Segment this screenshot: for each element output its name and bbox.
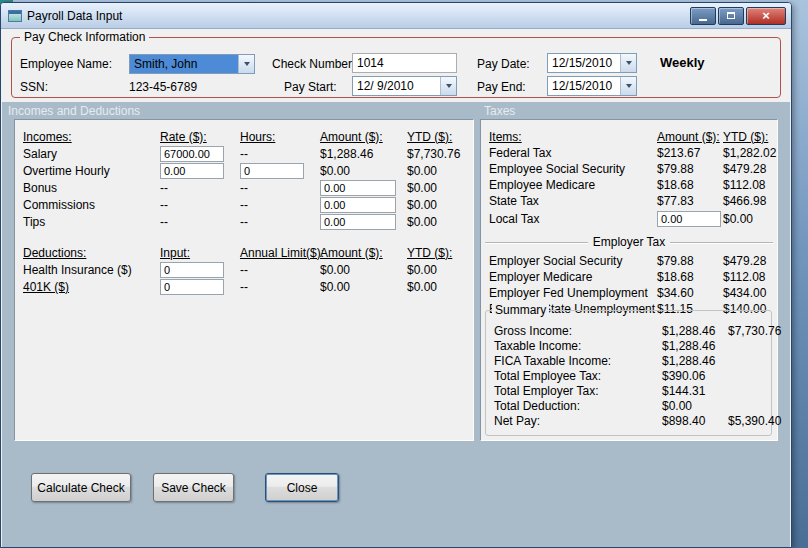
- pay-frequency-label: Weekly: [660, 55, 705, 70]
- pay-date-label: Pay Date:: [477, 57, 530, 71]
- overtime-amount: $0.00: [320, 164, 407, 178]
- check-number-label: Check Number:: [272, 57, 355, 71]
- health-ytd: $0.00: [407, 263, 473, 277]
- overtime-hours-input[interactable]: [240, 163, 304, 179]
- employee-name-chevron-down-icon[interactable]: [238, 55, 254, 73]
- income-row-overtime: Overtime Hourly $0.00 $0.00: [15, 162, 473, 179]
- window-title: Payroll Data Input: [27, 9, 122, 23]
- row-amount: $79.88: [657, 254, 723, 268]
- row-amount: $1,288.46: [662, 339, 728, 353]
- row-amount: $1,288.46: [662, 354, 728, 368]
- ssn-value: 123-45-6789: [129, 80, 197, 94]
- row-label: Employer Fed Unemployment: [489, 286, 657, 300]
- summary-row-fica-taxable-income: FICA Taxable Income: $1,288.46: [486, 353, 771, 368]
- maximize-icon: [727, 12, 735, 19]
- 401k-link[interactable]: 401K ($): [23, 280, 160, 294]
- pay-end-picker[interactable]: 12/15/2010: [547, 76, 637, 96]
- commissions-rate: --: [160, 198, 240, 212]
- bonus-amount-input[interactable]: [320, 180, 396, 196]
- tax-row-employer-fed-unemployment: Employer Fed Unemployment $34.60 $434.00: [481, 285, 777, 301]
- commissions-amount-input[interactable]: [320, 197, 396, 213]
- row-label: Total Deduction:: [494, 399, 662, 413]
- taxes-panel: Items: Amount ($): YTD ($): Federal Tax …: [480, 119, 778, 441]
- taxes-header-row: Items: Amount ($): YTD ($):: [481, 128, 777, 145]
- col-input: Input:: [160, 246, 240, 260]
- income-row-tips: Tips -- -- $0.00: [15, 213, 473, 230]
- pay-date-chevron-down-icon[interactable]: [620, 54, 636, 72]
- incomes-deductions-panel: Incomes: Rate ($): Hours: Amount ($): YT…: [14, 119, 474, 441]
- caption-buttons: ×: [690, 7, 786, 25]
- employee-name-value: Smith, John: [130, 55, 238, 73]
- pay-start-picker[interactable]: 12/ 9/2010: [352, 76, 457, 96]
- main-section: Incomes and Deductions Taxes Incomes: Ra…: [2, 102, 790, 547]
- summary-group: Summary Gross Income: $1,288.46 $7,730.7…: [485, 310, 772, 436]
- col-rate: Rate ($):: [160, 130, 240, 144]
- pay-start-chevron-down-icon[interactable]: [440, 77, 456, 95]
- deductions-header-row: Deductions: Input: Annual Limit($): Amou…: [15, 244, 473, 261]
- health-insurance-input[interactable]: [160, 262, 224, 278]
- tax-row-employer-medicare: Employer Medicare $18.68 $112.08: [481, 269, 777, 285]
- row-label: Net Pay:: [494, 414, 662, 428]
- 401k-limit: --: [240, 280, 320, 294]
- row-label: FICA Taxable Income:: [494, 354, 662, 368]
- row-amount: $390.06: [662, 369, 728, 383]
- col-ytd: YTD ($):: [723, 130, 777, 144]
- maximize-button[interactable]: [718, 7, 744, 25]
- pay-end-label: Pay End:: [477, 80, 526, 94]
- employee-name-label: Employee Name:: [20, 57, 112, 71]
- pay-start-value: 12/ 9/2010: [353, 77, 440, 95]
- overtime-rate-input[interactable]: [160, 163, 224, 179]
- ssn-label: SSN:: [20, 80, 48, 94]
- pay-end-chevron-down-icon[interactable]: [620, 77, 636, 95]
- tax-row-state: State Tax $77.83 $466.98: [481, 193, 777, 209]
- row-label: Bonus: [23, 181, 160, 195]
- pay-date-picker[interactable]: 12/15/2010: [547, 53, 637, 73]
- row-ytd: $434.00: [723, 286, 777, 300]
- row-ytd: $112.08: [723, 270, 777, 284]
- titlebar[interactable]: Payroll Data Input ×: [1, 3, 791, 29]
- row-amount: $18.68: [657, 178, 723, 192]
- col-hours: Hours:: [240, 130, 320, 144]
- check-number-input[interactable]: [352, 53, 457, 73]
- summary-row-total-employer-tax: Total Employer Tax: $144.31: [486, 383, 771, 398]
- paycheck-info-group: Pay Check Information Employee Name: Smi…: [11, 37, 781, 98]
- col-amount: Amount ($):: [320, 130, 407, 144]
- row-amount: $0.00: [662, 399, 728, 413]
- deduction-row-health-insurance: Health Insurance ($) -- $0.00 $0.00: [15, 261, 473, 278]
- row-label: Employer Social Security: [489, 254, 657, 268]
- close-check-button[interactable]: Close: [265, 473, 339, 502]
- row-label: Commissions: [23, 198, 160, 212]
- income-row-bonus: Bonus -- -- $0.00: [15, 179, 473, 196]
- summary-row-total-employee-tax: Total Employee Tax: $390.06: [486, 368, 771, 383]
- salary-rate-input[interactable]: [160, 146, 224, 162]
- row-ytd: $0.00: [723, 212, 777, 226]
- row-label: Salary: [23, 147, 160, 161]
- payroll-window: Payroll Data Input × Pay Check Informati…: [0, 2, 792, 548]
- taxes-header: Taxes: [484, 104, 515, 118]
- summary-row-gross-income: Gross Income: $1,288.46 $7,730.76: [486, 323, 771, 338]
- row-label: Total Employee Tax:: [494, 369, 662, 383]
- employee-name-select[interactable]: Smith, John: [129, 54, 255, 74]
- minimize-button[interactable]: [690, 7, 716, 25]
- 401k-input[interactable]: [160, 279, 224, 295]
- row-amount: $77.83: [657, 194, 723, 208]
- row-label: Employer Medicare: [489, 270, 657, 284]
- salary-amount: $1,288.46: [320, 147, 407, 161]
- calculate-check-button[interactable]: Calculate Check: [31, 473, 131, 502]
- row-amount: $144.31: [662, 384, 728, 398]
- local-tax-input[interactable]: [657, 211, 721, 227]
- row-ytd: $479.28: [723, 162, 777, 176]
- salary-ytd: $7,730.76: [407, 147, 473, 161]
- row-amount: $1,288.46: [662, 324, 728, 338]
- row-ytd: $479.28: [723, 254, 777, 268]
- tips-amount-input[interactable]: [320, 214, 396, 230]
- pay-date-value: 12/15/2010: [548, 54, 620, 72]
- row-ytd: $7,730.76: [728, 324, 781, 338]
- tax-row-employee-social-security: Employee Social Security $79.88 $479.28: [481, 161, 777, 177]
- close-button[interactable]: ×: [746, 7, 786, 25]
- col-ytd: YTD ($):: [407, 130, 473, 144]
- deduction-row-401k: 401K ($) -- $0.00 $0.00: [15, 278, 473, 295]
- tips-rate: --: [160, 215, 240, 229]
- income-row-commissions: Commissions -- -- $0.00: [15, 196, 473, 213]
- save-check-button[interactable]: Save Check: [153, 473, 234, 502]
